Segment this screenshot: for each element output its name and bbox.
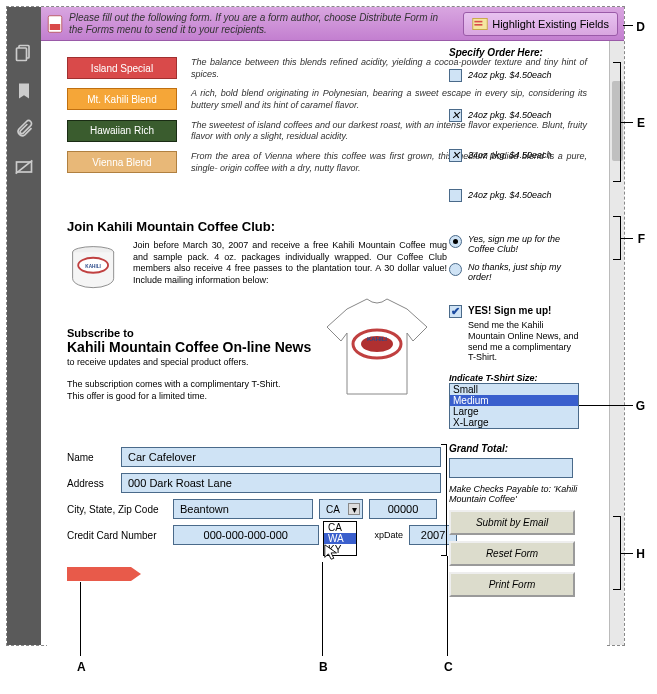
price-label: 24oz pkg. $4.50each (468, 70, 552, 80)
price-label: 24oz pkg. $4.50each (468, 190, 552, 200)
order-option-row: 24oz pkg. $4.50each (449, 184, 579, 206)
order-option-row: 24oz pkg. $4.50each (449, 64, 579, 86)
checkbox-island-special[interactable] (449, 69, 462, 82)
signup-box: ✔ YES! Sign me up! Send me the Kahili Mo… (449, 305, 579, 429)
callout-g-leader (579, 405, 633, 406)
order-column: Specify Order Here: 24oz pkg. $4.50each … (449, 47, 579, 290)
size-option-xlarge[interactable]: X-Large (450, 417, 578, 428)
price-label: 24oz pkg. $4.50each (468, 150, 552, 160)
pdf-form-icon (47, 15, 63, 33)
tshirt-size-group: Indicate T-Shirt Size: Small Medium Larg… (449, 373, 579, 429)
address-field[interactable]: 000 Dark Roast Lane (121, 473, 441, 493)
csz-label: City, State, Zip Code (67, 504, 167, 515)
news-line2: Kahili Mountain Coffee On-line News (67, 339, 347, 355)
checkbox-vienna-blend[interactable] (449, 189, 462, 202)
zip-field[interactable]: 00000 (369, 499, 437, 519)
coffee-mug-icon: KAHILI (67, 240, 123, 298)
callout-c-line (447, 556, 448, 656)
signature-field[interactable] (67, 567, 131, 581)
address-form: Name Car Cafelover Address 000 Dark Roas… (67, 447, 457, 551)
payable-note: Make Checks Payable to: 'Kahili Mountain… (449, 484, 579, 504)
price-label: 24oz pkg. $4.50each (468, 110, 552, 120)
svg-rect-5 (50, 24, 61, 30)
club-yes-row: Yes, sign me up for the Coffee Club! (449, 234, 579, 254)
pdf-page: Island Special The balance between this … (47, 47, 607, 647)
state-option-ca[interactable]: CA (324, 522, 356, 533)
attachment-icon[interactable] (14, 119, 34, 139)
checkbox-hawaiian-rich[interactable]: ✕ (449, 149, 462, 162)
svg-text:KAHILI: KAHILI (367, 336, 387, 342)
sign-here-arrow-icon (67, 567, 131, 581)
highlight-icon (472, 17, 488, 31)
callout-h-leader (621, 553, 633, 554)
reset-button[interactable]: Reset Form (449, 541, 575, 566)
order-header: Specify Order Here: (449, 47, 579, 58)
size-option-medium[interactable]: Medium (450, 395, 578, 406)
swatch-hawaiian-rich: Hawaiian Rich (67, 120, 177, 142)
radio-label: No thanks, just ship my order! (468, 262, 579, 282)
svg-text:KAHILI: KAHILI (85, 264, 101, 269)
bracket-f (613, 216, 621, 260)
state-selected: CA (326, 504, 340, 515)
bracket-h (613, 516, 621, 590)
highlight-fields-button[interactable]: Highlight Existing Fields (463, 12, 618, 36)
svg-rect-1 (17, 48, 27, 61)
cc-label: Credit Card Number (67, 530, 167, 541)
radio-club-yes[interactable] (449, 235, 462, 248)
app-frame: Please fill out the following form. If y… (6, 6, 625, 646)
name-field[interactable]: Car Cafelover (121, 447, 441, 467)
exp-label: xpDate (375, 530, 404, 540)
size-option-small[interactable]: Small (450, 384, 578, 395)
callout-h: H (636, 547, 645, 561)
club-no-row: No thanks, just ship my order! (449, 262, 579, 282)
grand-total-label: Grand Total: (449, 443, 579, 454)
callout-d: D (636, 20, 645, 34)
checkbox-signup[interactable]: ✔ (449, 305, 462, 318)
tshirt-size-label: Indicate T-Shirt Size: (449, 373, 579, 383)
radio-label: Yes, sign me up for the Coffee Club! (468, 234, 579, 254)
news-line1: Subscribe to (67, 327, 347, 339)
callout-b-line (322, 562, 323, 656)
club-heading: Join Kahili Mountain Coffee Club: (67, 219, 447, 234)
print-button[interactable]: Print Form (449, 572, 575, 597)
bookmark-icon[interactable] (14, 81, 34, 101)
callout-d-leader (623, 25, 633, 26)
size-option-large[interactable]: Large (450, 406, 578, 417)
tshirt-size-listbox[interactable]: Small Medium Large X-Large (449, 383, 579, 429)
totals-column: Grand Total: Make Checks Payable to: 'Ka… (449, 443, 579, 597)
swatch-mt-kahili: Mt. Kahili Blend (67, 88, 177, 110)
grand-total-field[interactable] (449, 458, 573, 478)
swatch-island-special: Island Special (67, 57, 177, 79)
tshirt-graphic: KAHILI (317, 289, 437, 409)
radio-club-no[interactable] (449, 263, 462, 276)
bracket-e (613, 62, 621, 182)
swatch-vienna-blend: Vienna Blend (67, 151, 177, 173)
form-instruction-text: Please fill out the following form. If y… (69, 12, 453, 36)
callout-f-leader (621, 238, 633, 239)
news-note1: The subscription comes with a compliment… (67, 379, 347, 389)
signatures-icon[interactable] (14, 157, 34, 177)
city-field[interactable]: Beantown (173, 499, 313, 519)
news-note2: This offer is good for a limited time. (67, 391, 347, 401)
callout-e: E (637, 116, 645, 130)
svg-rect-7 (475, 20, 483, 22)
order-option-row: ✕ 24oz pkg. $4.50each (449, 104, 579, 126)
pages-icon[interactable] (14, 43, 34, 63)
svg-rect-8 (475, 24, 483, 26)
signup-body: Send me the Kahili Mountain Online News,… (468, 320, 579, 363)
addr-label: Address (67, 478, 115, 489)
document-message-bar: Please fill out the following form. If y… (41, 7, 624, 41)
order-option-row: ✕ 24oz pkg. $4.50each (449, 144, 579, 166)
callout-b: B (319, 660, 328, 674)
cc-field[interactable]: 000-000-000-000 (173, 525, 319, 545)
chevron-down-icon: ▾ (348, 503, 360, 515)
checkbox-mt-kahili[interactable]: ✕ (449, 109, 462, 122)
submit-button[interactable]: Submit by Email (449, 510, 575, 535)
coffee-club-section: Join Kahili Mountain Coffee Club: KAHILI… (67, 219, 447, 298)
news-sub: to receive updates and special product o… (67, 357, 347, 367)
signup-heading: YES! Sign me up! (468, 305, 551, 316)
callout-f: F (638, 232, 645, 246)
callout-a: A (77, 660, 86, 674)
callout-e-leader (621, 122, 633, 123)
state-dropdown[interactable]: CA ▾ (319, 499, 363, 519)
